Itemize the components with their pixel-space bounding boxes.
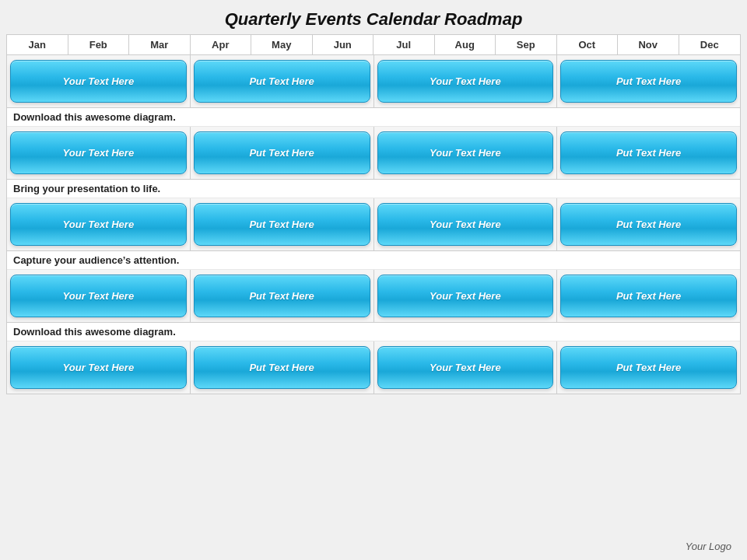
row-label-1: Download this awesome diagram.	[7, 108, 740, 127]
month-cell-aug: Aug	[435, 35, 496, 54]
quarter-block-3-0: Your Text Here	[7, 270, 190, 322]
month-cell-oct: Oct	[557, 35, 619, 54]
event-card-3-3[interactable]: Put Text Here	[560, 275, 737, 317]
event-card-1-2[interactable]: Your Text Here	[377, 131, 554, 174]
event-card-2-1[interactable]: Put Text Here	[194, 203, 370, 246]
page-title: Quarterly Events Calendar Roadmap	[0, 0, 747, 34]
card-text-4-3: Put Text Here	[616, 362, 681, 373]
row-label-3: Capture your audience’s attention.	[7, 251, 740, 270]
quarter-block-0-1: Put Text Here	[191, 55, 374, 107]
quarter-block-1-3: Put Text Here	[557, 127, 740, 179]
quarter-block-3-3: Put Text Here	[557, 270, 740, 322]
quarter-block-3-2: Your Text Here	[374, 270, 557, 322]
card-row-2: Your Text HerePut Text HereYour Text Her…	[7, 198, 740, 250]
card-text-1-1: Put Text Here	[249, 147, 314, 159]
event-card-2-0[interactable]: Your Text Here	[10, 203, 187, 246]
quarter-block-4-0: Your Text Here	[7, 341, 190, 394]
event-card-2-3[interactable]: Put Text Here	[560, 203, 737, 246]
quarter-block-2-3: Put Text Here	[557, 198, 740, 250]
calendar-wrapper: JanFebMarAprMayJunJulAugSepOctNovDec You…	[0, 34, 747, 394]
quarter-block-4-2: Your Text Here	[374, 341, 557, 394]
event-card-3-2[interactable]: Your Text Here	[377, 275, 554, 317]
row-label-2: Bring your presentation to life.	[7, 180, 740, 198]
card-text-3-1: Put Text Here	[249, 290, 314, 302]
quarter-block-0-0: Your Text Here	[7, 55, 190, 107]
event-card-0-0[interactable]: Your Text Here	[10, 60, 187, 103]
card-text-2-1: Put Text Here	[249, 219, 314, 230]
card-row-4: Your Text HerePut Text HereYour Text Her…	[7, 341, 740, 394]
card-text-2-2: Your Text Here	[430, 219, 501, 230]
quarter-block-2-0: Your Text Here	[7, 198, 190, 250]
event-card-4-2[interactable]: Your Text Here	[377, 346, 554, 389]
quarter-block-0-3: Put Text Here	[557, 55, 740, 107]
month-cell-jun: Jun	[313, 35, 374, 54]
card-text-2-0: Your Text Here	[63, 219, 135, 230]
card-text-4-0: Your Text Here	[63, 362, 135, 373]
card-row-1: Your Text HerePut Text HereYour Text Her…	[7, 127, 740, 179]
card-text-3-3: Put Text Here	[616, 290, 681, 302]
month-cell-nov: Nov	[618, 35, 679, 54]
card-text-3-2: Your Text Here	[430, 290, 501, 302]
quarter-block-1-1: Put Text Here	[191, 127, 374, 179]
event-card-4-0[interactable]: Your Text Here	[10, 346, 187, 389]
month-cell-dec: Dec	[679, 35, 741, 54]
event-card-0-3[interactable]: Put Text Here	[560, 60, 737, 103]
logo: Your Logo	[686, 541, 731, 552]
card-text-0-0: Your Text Here	[63, 75, 135, 87]
event-card-3-0[interactable]: Your Text Here	[10, 275, 187, 317]
month-header: JanFebMarAprMayJunJulAugSepOctNovDec	[6, 34, 741, 54]
quarter-block-3-1: Put Text Here	[191, 270, 374, 322]
card-row-0: Your Text HerePut Text HereYour Text Her…	[7, 55, 740, 107]
quarter-block-4-3: Put Text Here	[557, 341, 740, 394]
row-group-1: Download this awesome diagram.Your Text …	[6, 107, 741, 179]
row-group-2: Bring your presentation to life.Your Tex…	[6, 179, 741, 250]
month-cell-sep: Sep	[496, 35, 557, 54]
quarter-block-2-1: Put Text Here	[191, 198, 374, 250]
row-group-3: Capture your audience’s attention.Your T…	[6, 250, 741, 322]
card-text-1-2: Your Text Here	[430, 147, 501, 159]
quarter-block-0-2: Your Text Here	[374, 55, 557, 107]
card-text-0-1: Put Text Here	[249, 75, 314, 87]
quarter-block-2-2: Your Text Here	[374, 198, 557, 250]
month-cell-feb: Feb	[68, 35, 130, 54]
event-card-2-2[interactable]: Your Text Here	[377, 203, 554, 246]
card-text-3-0: Your Text Here	[63, 290, 135, 302]
card-text-1-0: Your Text Here	[63, 147, 135, 159]
card-text-0-3: Put Text Here	[616, 75, 681, 87]
month-cell-apr: Apr	[191, 35, 252, 54]
event-card-0-2[interactable]: Your Text Here	[377, 60, 554, 103]
month-cell-jul: Jul	[374, 35, 435, 54]
month-cell-mar: Mar	[129, 35, 191, 54]
card-text-2-3: Put Text Here	[616, 219, 681, 230]
event-card-1-3[interactable]: Put Text Here	[560, 131, 737, 174]
month-cell-jan: Jan	[7, 35, 68, 54]
card-text-4-2: Your Text Here	[430, 362, 501, 373]
quarter-block-4-1: Put Text Here	[191, 341, 374, 394]
card-text-4-1: Put Text Here	[249, 362, 314, 373]
event-card-1-1[interactable]: Put Text Here	[194, 131, 370, 174]
event-card-4-3[interactable]: Put Text Here	[560, 346, 737, 389]
month-cell-may: May	[251, 35, 313, 54]
row-group-4: Download this awesome diagram.Your Text …	[6, 322, 741, 394]
event-card-0-1[interactable]: Put Text Here	[194, 60, 370, 103]
quarter-block-1-2: Your Text Here	[374, 127, 557, 179]
card-row-3: Your Text HerePut Text HereYour Text Her…	[7, 270, 740, 322]
row-group-0: Your Text HerePut Text HereYour Text Her…	[6, 54, 741, 107]
event-card-3-1[interactable]: Put Text Here	[194, 275, 370, 317]
card-text-1-3: Put Text Here	[616, 147, 681, 159]
event-card-4-1[interactable]: Put Text Here	[194, 346, 370, 389]
card-text-0-2: Your Text Here	[430, 75, 501, 87]
event-card-1-0[interactable]: Your Text Here	[10, 131, 187, 174]
row-label-4: Download this awesome diagram.	[7, 323, 740, 341]
quarter-block-1-0: Your Text Here	[7, 127, 190, 179]
